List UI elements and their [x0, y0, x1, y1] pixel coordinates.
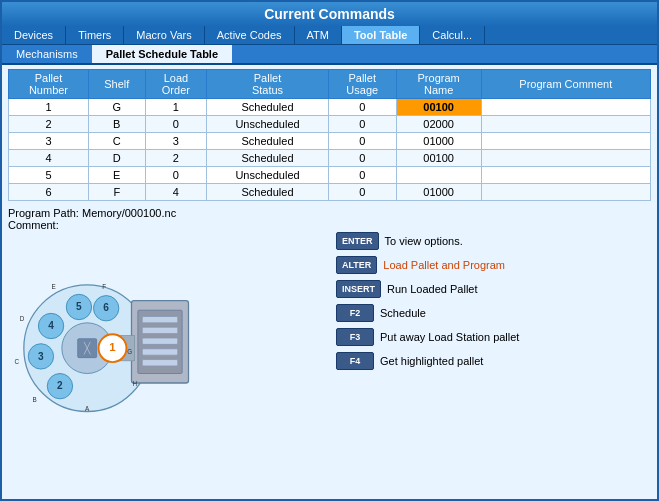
cell-shelf: G	[88, 99, 145, 116]
table-row[interactable]: 5 E 0 Unscheduled 0	[9, 167, 651, 184]
cell-comment	[481, 167, 650, 184]
cell-comment	[481, 116, 650, 133]
cell-comment	[481, 150, 650, 167]
table-row[interactable]: 6 F 4 Scheduled 0 01000	[9, 184, 651, 201]
cell-load-order: 1	[145, 99, 207, 116]
cell-status: Unscheduled	[207, 167, 329, 184]
tab-calcul[interactable]: Calcul...	[420, 26, 485, 44]
table-row[interactable]: 2 B 0 Unscheduled 0 02000	[9, 116, 651, 133]
f3-label: Put away Load Station pallet	[380, 331, 519, 343]
cell-status: Unscheduled	[207, 116, 329, 133]
pallet-table: PalletNumber Shelf LoadOrder PalletStatu…	[8, 69, 651, 201]
cell-usage: 0	[328, 99, 396, 116]
cell-load-order: 2	[145, 150, 207, 167]
svg-text:6: 6	[103, 302, 109, 313]
alter-key[interactable]: ALTER	[336, 256, 377, 274]
cell-program: 01000	[396, 184, 481, 201]
table-row[interactable]: 1 G 1 Scheduled 0 00100	[9, 99, 651, 116]
table-section: PalletNumber Shelf LoadOrder PalletStatu…	[2, 65, 657, 203]
key-row-alter: ALTER Load Pallet and Program	[336, 256, 651, 274]
table-row[interactable]: 4 D 2 Scheduled 0 00100	[9, 150, 651, 167]
insert-label: Run Loaded Pallet	[387, 283, 478, 295]
key-row-insert: INSERT Run Loaded Pallet	[336, 280, 651, 298]
cell-status: Scheduled	[207, 133, 329, 150]
svg-rect-6	[142, 338, 177, 344]
cell-program: 01000	[396, 133, 481, 150]
program-path: Program Path: Memory/000100.nc Comment:	[8, 207, 328, 231]
col-program-name: ProgramName	[396, 70, 481, 99]
col-load-order: LoadOrder	[145, 70, 207, 99]
cell-pallet: 4	[9, 150, 89, 167]
svg-rect-4	[142, 317, 177, 323]
insert-key[interactable]: INSERT	[336, 280, 381, 298]
cell-shelf: F	[88, 184, 145, 201]
cell-load-order: 0	[145, 167, 207, 184]
key-row-enter: ENTER To view options.	[336, 232, 651, 250]
cell-pallet: 1	[9, 99, 89, 116]
svg-rect-7	[142, 349, 177, 355]
cell-pallet: 5	[9, 167, 89, 184]
cell-usage: 0	[328, 116, 396, 133]
svg-text:C: C	[15, 358, 20, 365]
col-pallet-status: PalletStatus	[207, 70, 329, 99]
f3-key[interactable]: F3	[336, 328, 374, 346]
svg-text:3: 3	[38, 351, 44, 362]
svg-text:H: H	[132, 380, 137, 387]
content-area: PalletNumber Shelf LoadOrder PalletStatu…	[2, 65, 657, 499]
cell-load-order: 3	[145, 133, 207, 150]
svg-text:D: D	[20, 315, 25, 322]
carousel-diagram: 1 2 3 4 5	[8, 235, 318, 465]
svg-text:F: F	[102, 283, 106, 290]
cell-comment	[481, 184, 650, 201]
cell-load-order: 4	[145, 184, 207, 201]
tab-devices[interactable]: Devices	[2, 26, 66, 44]
tab-pallet-schedule[interactable]: Pallet Schedule Table	[92, 45, 232, 63]
bottom-section: Program Path: Memory/000100.nc Comment:	[2, 203, 657, 499]
cell-pallet: 2	[9, 116, 89, 133]
cell-shelf: E	[88, 167, 145, 184]
cell-status: Scheduled	[207, 150, 329, 167]
main-window: Current Commands Devices Timers Macro Va…	[0, 0, 659, 501]
f2-key[interactable]: F2	[336, 304, 374, 322]
cell-program: 02000	[396, 116, 481, 133]
tab-mechanisms[interactable]: Mechanisms	[2, 45, 92, 63]
col-pallet-number: PalletNumber	[9, 70, 89, 99]
cell-pallet: 3	[9, 133, 89, 150]
svg-rect-8	[142, 360, 177, 366]
key-row-f4: F4 Get highlighted pallet	[336, 352, 651, 370]
cell-shelf: B	[88, 116, 145, 133]
tab-macro-vars[interactable]: Macro Vars	[124, 26, 204, 44]
left-panel: Program Path: Memory/000100.nc Comment:	[8, 207, 328, 495]
cell-load-order: 0	[145, 116, 207, 133]
svg-text:E: E	[51, 283, 55, 290]
tab-tool-table[interactable]: Tool Table	[342, 26, 420, 44]
cell-comment	[481, 99, 650, 116]
cell-usage: 0	[328, 133, 396, 150]
title-bar: Current Commands	[2, 2, 657, 26]
tab-active-codes[interactable]: Active Codes	[205, 26, 295, 44]
enter-label: To view options.	[385, 235, 463, 247]
cell-program	[396, 167, 481, 184]
col-pallet-usage: PalletUsage	[328, 70, 396, 99]
key-row-f3: F3 Put away Load Station pallet	[336, 328, 651, 346]
tab-row-1: Devices Timers Macro Vars Active Codes A…	[2, 26, 657, 45]
f4-key[interactable]: F4	[336, 352, 374, 370]
window-title: Current Commands	[264, 6, 395, 22]
cell-status: Scheduled	[207, 184, 329, 201]
tab-timers[interactable]: Timers	[66, 26, 124, 44]
right-panel: ENTER To view options. ALTER Load Pallet…	[336, 207, 651, 495]
tab-atm[interactable]: ATM	[295, 26, 342, 44]
tab-row-2: Mechanisms Pallet Schedule Table	[2, 45, 657, 65]
svg-text:2: 2	[57, 380, 63, 391]
svg-text:4: 4	[48, 320, 54, 331]
svg-text:G: G	[127, 349, 132, 356]
cell-status: Scheduled	[207, 99, 329, 116]
f2-label: Schedule	[380, 307, 426, 319]
table-row[interactable]: 3 C 3 Scheduled 0 01000	[9, 133, 651, 150]
col-shelf: Shelf	[88, 70, 145, 99]
cell-shelf: D	[88, 150, 145, 167]
alter-label: Load Pallet and Program	[383, 259, 505, 271]
cell-pallet: 6	[9, 184, 89, 201]
enter-key[interactable]: ENTER	[336, 232, 379, 250]
key-row-f2: F2 Schedule	[336, 304, 651, 322]
